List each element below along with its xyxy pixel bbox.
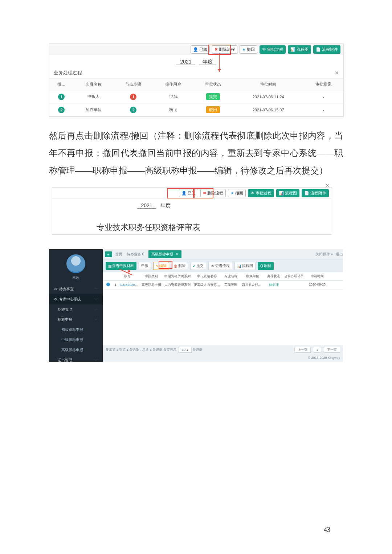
sidebar-item-初级职称申报[interactable]: 初级职称申报: [49, 325, 103, 335]
year-line: 2021 年度: [0, 199, 332, 211]
sidebar-item-待办事宜[interactable]: ⚙待办事宜﹀: [49, 284, 103, 294]
tbtn-编辑[interactable]: ✎编辑: [153, 262, 169, 270]
tbtn-刷新[interactable]: Q刷新: [258, 262, 274, 270]
tbtn-查看申报材料[interactable]: ▦查看申报材料: [106, 262, 136, 270]
tbtn-流程图[interactable]: 📊流程图: [234, 262, 256, 270]
year-label: 年度: [199, 59, 216, 65]
toolbar-流程附件[interactable]: 📄流程附件: [302, 189, 329, 197]
tab-bar: 首页 待办业务 0 高级职称申报 ✕ 关闭操作 ▾ 退出: [103, 249, 343, 260]
sidebar-item-证书管理[interactable]: 证书管理﹀: [49, 355, 103, 365]
username: 幸欢: [72, 275, 79, 280]
grid-empty: [103, 290, 343, 345]
hamburger-icon[interactable]: ≡: [105, 251, 112, 257]
sidebar-item-职称申报[interactable]: 职称申报﹀: [49, 315, 103, 325]
toolbar-已阅[interactable]: 👤已阅: [191, 45, 210, 54]
next-page-button[interactable]: 下一页: [324, 347, 340, 353]
sidebar-item-职称管理[interactable]: 职称管理﹀: [49, 304, 103, 315]
prev-page-button[interactable]: 上一页: [294, 347, 311, 353]
year-value: 2021: [176, 59, 195, 65]
screenshot-approval-process: 👤已阅✖删除流程★撤回👁审批过程📊流程图📄流程附件 2021 年度 业务处理过程…: [49, 44, 344, 117]
close-icon[interactable]: ✕: [335, 70, 339, 76]
logout[interactable]: 退出: [336, 252, 343, 257]
sidebar: 幸欢 ⚙待办事宜﹀⚙专家中心系统﹀职称管理﹀职称申报﹀初级职称申报中级职称申报高…: [49, 249, 103, 362]
toolbar-已阅[interactable]: 👤已阅: [179, 189, 198, 197]
toolbar-删除流程[interactable]: ✖删除流程: [200, 189, 226, 197]
sidebar-item-中级职称申报[interactable]: 中级职称申报: [49, 335, 103, 345]
toolbar: 👤已阅✖删除流程★撤回👁审批过程📊流程图📄流程附件: [49, 44, 343, 55]
toolbar-撤回[interactable]: ★撤回: [240, 45, 257, 54]
form-title: 专业技术职务任职资格评审表: [0, 211, 332, 234]
copyright: © 2018-2020 Kingway: [103, 354, 343, 362]
toolbar-撤回[interactable]: ★撤回: [228, 189, 246, 197]
avatar: [66, 254, 85, 273]
year-value: 2021: [137, 202, 156, 209]
tbtn-删除[interactable]: 🗑删除: [171, 262, 188, 270]
tbtn-申报[interactable]: 申报: [139, 262, 151, 270]
toolbar-审批过程[interactable]: 👁审批过程: [248, 189, 274, 197]
sidebar-item-高级职称申报[interactable]: 高级职称申报: [49, 345, 103, 355]
toolbar-流程附件[interactable]: 📄流程附件: [313, 45, 340, 54]
grid-row[interactable]: 1 GJ1820200923…高级职称申报人力资源管理系列正高级人力资源…工商管…: [103, 281, 343, 290]
close-icon[interactable]: ✕: [325, 182, 330, 188]
sidebar-item-专家中心系统[interactable]: ⚙专家中心系统﹀: [49, 294, 103, 304]
panel-title: 业务处理过程: [54, 70, 82, 76]
grid-header: 序号申报类别申报资格所属系列申报资格名称专业名称所属单位办理状态当前办理环节申请…: [103, 272, 343, 281]
tab-pending[interactable]: 待办业务 0: [127, 252, 144, 257]
page-number: 43: [324, 526, 330, 534]
tab-home[interactable]: 首页: [115, 252, 122, 257]
list-toolbar: ▦查看申报材料申报✎编辑🗑删除✔提交👁查看流程📊流程图Q刷新: [103, 260, 343, 272]
close-ops[interactable]: 关闭操作 ▾: [315, 252, 333, 257]
avatar-block: 幸欢: [49, 249, 103, 284]
toolbar-流程图[interactable]: 📊流程图: [276, 189, 299, 197]
screenshot-system-listing: 幸欢 ⚙待办事宜﹀⚙专家中心系统﹀职称管理﹀职称申报﹀初级职称申报中级职称申报高…: [49, 249, 343, 362]
toolbar-删除流程[interactable]: ✖删除流程: [212, 45, 237, 54]
page-size-select[interactable]: 10 ▴: [179, 347, 192, 353]
tab-active[interactable]: 高级职称申报 ✕: [148, 250, 181, 258]
year-line: 2021 年度: [49, 55, 343, 67]
year-label: 年度: [160, 202, 171, 208]
page-number[interactable]: 1: [313, 347, 321, 353]
tbtn-提交[interactable]: ✔提交: [190, 262, 206, 270]
screenshot-form-header: ✕ 👤已阅✖删除流程★撤回👁审批过程📊流程图📄流程附件 2021 年度 专业技术…: [52, 187, 332, 235]
pager: 显示第 1 到第 1 条记录，总共 1 条记录 每页显示 10 ▴ 条记录 上一…: [103, 345, 343, 354]
tbtn-查看流程[interactable]: 👁查看流程: [208, 262, 232, 270]
instruction-paragraph: 然后再点击删除流程/撤回（注释：删除流程代表彻底删除此次申报内容，当年不再申报；…: [49, 127, 343, 179]
toolbar: 👤已阅✖删除流程★撤回👁审批过程📊流程图📄流程附件: [52, 188, 332, 199]
tab-close-icon[interactable]: ✕: [176, 252, 179, 256]
process-table: 撤…步骤名称节点步骤操作用户审批状态审批时间审批意见 1申报人11224提交20…: [49, 79, 343, 116]
toolbar-流程图[interactable]: 📊流程图: [288, 45, 311, 54]
main-panel: ≡ 首页 待办业务 0 高级职称申报 ✕ 关闭操作 ▾ 退出 ▦查看申报材料申报…: [103, 249, 343, 362]
toolbar-审批过程[interactable]: 👁审批过程: [260, 45, 286, 54]
